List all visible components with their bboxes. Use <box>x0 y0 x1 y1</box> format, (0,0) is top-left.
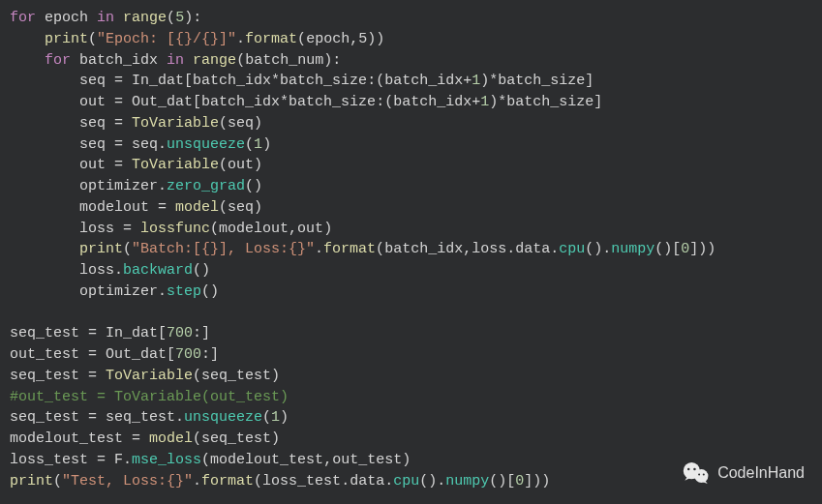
wechat-icon <box>683 460 710 487</box>
blank-line <box>10 303 812 324</box>
watermark-text: CodeInHand <box>717 461 805 484</box>
code-comment: #out_test = ToVariable(out_test) <box>10 387 812 408</box>
code-line: seq_test = seq_test.unsqueeze(1) <box>10 407 812 429</box>
code-line: for epoch in range(5): <box>10 8 812 29</box>
svg-point-2 <box>687 468 689 470</box>
svg-point-5 <box>703 474 705 476</box>
svg-point-4 <box>698 474 700 476</box>
code-line: out_test = Out_dat[700:] <box>10 344 812 366</box>
svg-point-3 <box>693 468 695 470</box>
code-line: seq_test = ToVariable(seq_test) <box>10 366 812 387</box>
code-line: for batch_idx in range(batch_num): <box>10 50 812 72</box>
code-line: print("Batch:[{}], Loss:{}".format(batch… <box>10 239 812 260</box>
code-line: seq = In_dat[batch_idx*batch_size:(batch… <box>10 71 812 92</box>
code-line: modelout = model(seq) <box>10 197 812 219</box>
code-line: optimizer.step() <box>10 282 812 303</box>
svg-point-1 <box>695 469 709 483</box>
code-line: loss = lossfunc(modelout,out) <box>10 219 812 240</box>
code-line: out = Out_dat[batch_idx*batch_size:(batc… <box>10 92 812 113</box>
code-block: for epoch in range(5): print("Epoch: [{}… <box>10 8 812 491</box>
code-line: out = ToVariable(out) <box>10 155 812 176</box>
code-line: seq = ToVariable(seq) <box>10 113 812 134</box>
code-line: modelout_test = model(seq_test) <box>10 429 812 450</box>
watermark: CodeInHand <box>683 460 805 487</box>
code-line: optimizer.zero_grad() <box>10 176 812 197</box>
code-line: seq_test = In_dat[700:] <box>10 323 812 344</box>
code-line: seq = seq.unsqueeze(1) <box>10 134 812 156</box>
code-line: print("Epoch: [{}/{}]".format(epoch,5)) <box>10 29 812 50</box>
code-line: loss.backward() <box>10 260 812 282</box>
